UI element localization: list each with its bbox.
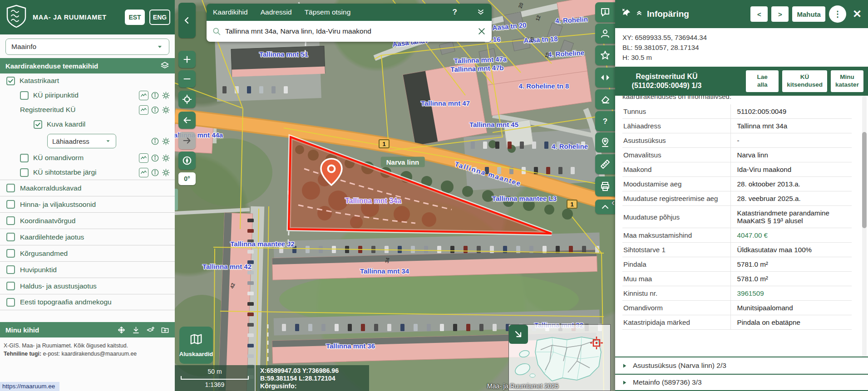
lang-eng-button[interactable]: ENG: [149, 10, 170, 25]
move-icon[interactable]: [117, 326, 126, 334]
map-label-4-rohelin: 4. Rohelin: [555, 15, 588, 25]
rotation-button[interactable]: 0°: [178, 172, 196, 185]
checkbox[interactable]: [20, 154, 29, 162]
collapse-search-icon[interactable]: [476, 8, 485, 17]
sidebar-resize-handle[interactable]: [175, 189, 178, 210]
info-icon[interactable]: [151, 154, 159, 162]
info-icon[interactable]: [151, 106, 159, 114]
tab-kaardikihid[interactable]: Kaardikihid: [213, 8, 248, 16]
line-style-icon[interactable]: [139, 91, 148, 100]
eraser-button[interactable]: [595, 89, 615, 109]
checkbox[interactable]: [20, 168, 29, 177]
minu-kataster-button[interactable]: Minukataster: [831, 70, 863, 92]
layer-k-omandivorm[interactable]: KÜ omandivorm: [0, 151, 175, 165]
map-label-tallinna-mnt-36: Tallinna mnt 36: [326, 342, 375, 350]
user-button[interactable]: [595, 24, 615, 44]
gear-icon[interactable]: [162, 137, 170, 146]
gear-icon[interactable]: [162, 168, 170, 177]
k-kitsendused-button[interactable]: KÜkitsendused: [782, 70, 827, 92]
info-icon[interactable]: [151, 91, 159, 100]
checkbox[interactable]: [6, 200, 15, 209]
layer-k-piiripunktid[interactable]: KÜ piiripunktid: [0, 88, 175, 103]
attribute-value[interactable]: 4047.00 €: [730, 228, 852, 243]
layer-registreeritud-k[interactable]: Registreeritud KÜ: [0, 103, 175, 117]
compass-button[interactable]: [178, 152, 196, 170]
layer-label-select[interactable]: Lähiaadress: [47, 134, 116, 148]
sidebar-item-maakorralduskavad[interactable]: Maakorralduskavad: [0, 180, 175, 196]
gear-icon[interactable]: [162, 154, 170, 162]
feedback-button[interactable]: [595, 2, 615, 22]
checkbox[interactable]: [6, 184, 15, 192]
sidebar-item-hinna-ja-viljakustsoonid[interactable]: Hinna- ja viljakustsoonid: [0, 196, 175, 212]
info-icon[interactable]: [151, 137, 159, 146]
checkbox[interactable]: [6, 233, 15, 241]
help-button[interactable]: ?: [595, 111, 615, 131]
sidebar-item-huvipunktid[interactable]: Huvipunktid: [0, 261, 175, 278]
tab-aadressid[interactable]: Aadressid: [261, 8, 292, 16]
map-canvas[interactable]: Aasa tn 13Aasa tn 20Aasa tänavtn 16Aasa …: [175, 0, 615, 391]
checkbox[interactable]: [6, 282, 15, 290]
layer-katastrikaart[interactable]: Katastrikaart: [0, 73, 175, 88]
sidebar-item-k-rgusandmed[interactable]: Kõrgusandmed: [0, 245, 175, 261]
tab-t-psem-otsing[interactable]: Täpsem otsing: [305, 8, 351, 16]
minimize-overview-button[interactable]: [509, 325, 528, 344]
checkbox[interactable]: [6, 265, 15, 274]
layer-l-hiaadress[interactable]: Lähiaadress: [0, 132, 175, 151]
add-layer-icon[interactable]: [146, 326, 155, 334]
lang-est-button[interactable]: EST: [125, 10, 145, 25]
kebab-menu-icon[interactable]: ⋮: [829, 5, 846, 23]
pin-point-button[interactable]: [595, 132, 615, 152]
pushpin-icon[interactable]: [621, 8, 631, 20]
search-input[interactable]: Tallinna mnt 34a, Narva linn, Ida-Viru m…: [225, 27, 473, 35]
download-icon[interactable]: [132, 326, 140, 334]
svg-text:?: ?: [603, 117, 607, 126]
gear-icon[interactable]: [162, 91, 170, 100]
line-style-icon[interactable]: [139, 153, 148, 163]
line-style-icon[interactable]: [139, 105, 148, 115]
clear-search-icon[interactable]: [477, 27, 486, 36]
sidebar-item-haldus-ja-asustusjaotus[interactable]: Haldus- ja asustusjaotus: [0, 278, 175, 294]
sidebar-item-koordinaatv-rgud[interactable]: Koordinaatvõrgud: [0, 212, 175, 229]
gear-icon[interactable]: [162, 106, 170, 114]
coord-h: H: 30.5 m: [622, 53, 861, 63]
layers-stack-icon[interactable]: [160, 61, 169, 71]
attribute-value[interactable]: 3961509: [730, 286, 852, 301]
checkbox[interactable]: [20, 91, 29, 100]
collapse-panel-icon[interactable]: [636, 10, 643, 19]
accordion-asustus-ksus-narva-linn-2-3[interactable]: Asustusüksus (Narva linn) 2/3: [615, 357, 868, 374]
checkbox[interactable]: [6, 249, 15, 258]
checkbox[interactable]: [6, 298, 15, 307]
fit-button[interactable]: Mahuta: [792, 6, 825, 22]
help-icon[interactable]: ?: [453, 8, 457, 17]
locate-button[interactable]: [178, 91, 196, 108]
add-folder-icon[interactable]: [161, 326, 169, 334]
back-button[interactable]: [178, 112, 196, 129]
lae-alla-button[interactable]: Laealla: [746, 70, 779, 92]
sidebar-item-kaardilehtede-jaotus[interactable]: Kaardilehtede jaotus: [0, 229, 175, 245]
print-button[interactable]: [595, 176, 615, 196]
prev-result-button[interactable]: <: [750, 6, 768, 22]
checkbox-checked[interactable]: [34, 120, 42, 129]
next-result-button[interactable]: >: [771, 6, 789, 22]
accordion-metainfo-589736-3-3[interactable]: Metainfo (589736) 3/3: [615, 374, 868, 391]
overview-map[interactable]: [508, 324, 611, 391]
zoom-out-button[interactable]: [178, 70, 196, 88]
layer-k-sihtotstarbe-j-rgi[interactable]: KÜ sihtotstarbe järgi: [0, 165, 175, 180]
profile-select[interactable]: Maainfo: [5, 39, 169, 55]
star-button[interactable]: [595, 45, 615, 65]
zoom-in-button[interactable]: [178, 51, 196, 68]
line-style-icon[interactable]: [139, 168, 148, 177]
forward-button[interactable]: [178, 132, 196, 149]
checkbox-checked[interactable]: [6, 77, 15, 85]
sidebar-item-eesti-topograafia-andmekogu[interactable]: Eesti topograafia andmekogu: [0, 294, 175, 310]
close-icon[interactable]: ✕: [853, 8, 862, 20]
measure-button[interactable]: [595, 154, 615, 174]
checkbox[interactable]: [6, 216, 15, 225]
panel-collapse-handle[interactable]: ‹: [612, 197, 615, 209]
compare-button[interactable]: [595, 68, 615, 88]
scrollbar-thumb[interactable]: [862, 132, 867, 228]
info-icon[interactable]: [151, 168, 159, 177]
layer-kuva-kaardil[interactable]: Kuva kaardil: [0, 117, 175, 132]
collapse-left-button[interactable]: [178, 3, 196, 38]
basemap-button[interactable]: Aluskaardid: [179, 327, 213, 364]
